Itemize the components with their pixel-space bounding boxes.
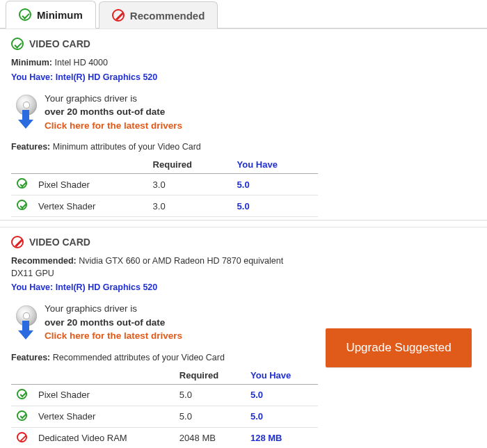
driver-update-link[interactable]: Click here for the latest drivers [45,119,182,133]
fail-icon [17,432,27,442]
driver-text: Your graphics driver is over 20 months o… [45,92,182,133]
feature-required: 3.0 [147,174,232,195]
driver-update-link[interactable]: Click here for the latest drivers [45,329,182,343]
rec-you-have-line: You Have: Intel(R) HD Graphics 520 [11,282,476,292]
feature-name: Pixel Shader [33,174,147,195]
min-features-table: Required You Have Pixel Shader3.05.0Vert… [11,156,318,217]
section-rec-title: VIDEO CARD [29,237,90,248]
download-icon [15,95,38,129]
check-icon [17,410,27,421]
feature-you-have: 5.0 [245,406,318,427]
tab-minimum-label: Minimum [37,9,83,21]
check-icon [11,38,24,50]
features-caption: Recommended attributes of your Video Car… [53,353,225,362]
upgrade-suggested-button[interactable]: Upgrade Suggested [326,328,472,367]
rec-spec-line: Recommended: Nvidia GTX 660 or AMD Radeo… [11,255,303,280]
feature-you-have: 5.0 [232,195,318,217]
min-spec-label: Minimum: [11,58,52,67]
you-have-prefix: You Have: [11,282,53,292]
rec-features-table: Required You Have Pixel Shader5.05.0Vert… [11,367,318,448]
feature-name: Vertex Shader [33,406,174,427]
table-row: Pixel Shader5.05.0 [11,384,318,406]
you-have-gpu: Intel(R) HD Graphics 520 [56,282,158,292]
col-you-have: You Have [232,156,318,174]
fail-icon [11,236,24,248]
table-row: Vertex Shader3.05.0 [11,195,318,217]
col-you-have: You Have [245,367,318,385]
min-spec-line: Minimum: Intel HD 4000 [11,57,476,70]
rec-spec-label: Recommended: [11,256,77,266]
min-you-have-line: You Have: Intel(R) HD Graphics 520 [11,72,476,82]
driver-line2: over 20 months out-of date [45,316,182,330]
check-icon [17,389,27,399]
features-prefix: Features: [11,353,50,362]
section-rec-header: VIDEO CARD [11,236,476,248]
feature-required: 5.0 [174,406,245,427]
section-divider [0,220,487,227]
you-have-prefix: You Have: [11,72,53,82]
table-row: Pixel Shader3.05.0 [11,174,318,195]
col-required: Required [147,156,232,174]
fail-icon [112,9,125,22]
feature-required: 3.0 [147,195,232,217]
min-features-label: Features: Minimum attributes of your Vid… [11,142,476,152]
download-icon [15,305,38,340]
driver-line2: over 20 months out-of date [45,105,182,119]
tab-minimum[interactable]: Minimum [6,1,96,29]
feature-name: Dedicated Video RAM [33,427,174,448]
check-icon [17,178,27,189]
feature-name: Pixel Shader [33,384,174,406]
min-driver-notice: Your graphics driver is over 20 months o… [15,92,476,133]
section-min-title: VIDEO CARD [29,38,90,49]
tab-recommended[interactable]: Recommended [99,1,218,29]
section-minimum: VIDEO CARD Minimum: Intel HD 4000 You Ha… [0,29,487,220]
driver-text: Your graphics driver is over 20 months o… [45,302,182,343]
check-icon [19,8,31,21]
tabs-bar: Minimum Recommended [0,0,487,29]
section-min-header: VIDEO CARD [11,38,476,50]
feature-you-have: 5.0 [245,384,318,406]
feature-you-have: 5.0 [232,174,318,195]
feature-you-have: 128 MB [245,427,318,448]
feature-required: 5.0 [174,384,245,406]
col-required: Required [174,367,245,385]
feature-name: Vertex Shader [33,195,147,217]
you-have-gpu: Intel(R) HD Graphics 520 [56,72,158,82]
min-spec-value: Intel HD 4000 [55,58,108,67]
driver-line1: Your graphics driver is [45,302,182,316]
table-row: Vertex Shader5.05.0 [11,406,318,427]
feature-required: 2048 MB [174,427,245,448]
table-row: Dedicated Video RAM2048 MB128 MB [11,427,318,448]
upgrade-label: Upgrade Suggested [346,341,451,355]
check-icon [17,200,27,210]
driver-line1: Your graphics driver is [45,92,182,106]
features-prefix: Features: [11,142,50,152]
tab-recommended-label: Recommended [130,10,205,22]
section-recommended: VIDEO CARD Recommended: Nvidia GTX 660 o… [0,227,487,448]
features-caption: Minimum attributes of your Video Card [53,142,201,152]
